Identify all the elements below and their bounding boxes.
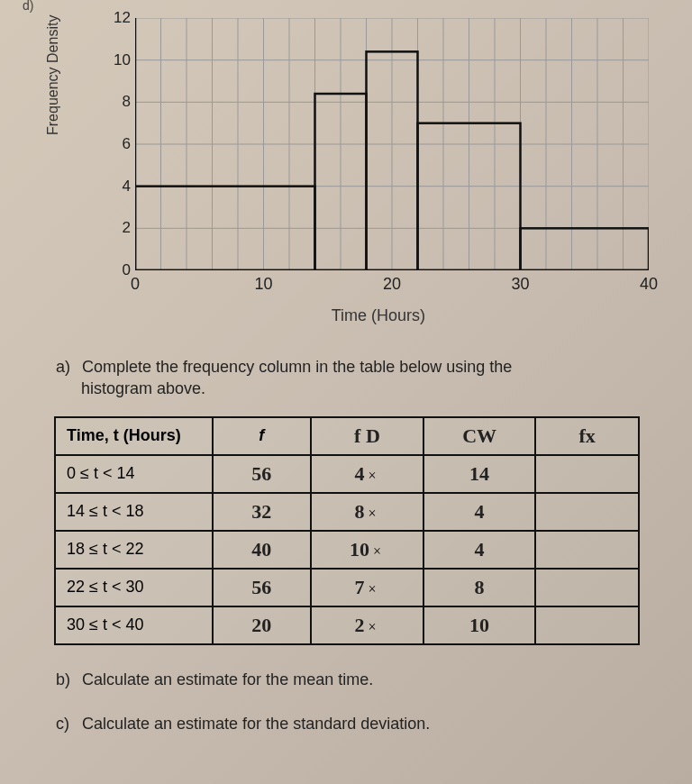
question-a-line1: Complete the frequency column in the tab… — [82, 358, 512, 376]
th-f: f — [213, 417, 312, 455]
cell-time: 18 ≤ t < 22 — [55, 531, 213, 569]
cell-cw: 4 — [423, 531, 536, 569]
ytick-4: 4 — [108, 178, 131, 196]
question-a: a) Complete the frequency column in the … — [81, 356, 665, 400]
cell-time: 22 ≤ t < 30 — [55, 569, 213, 606]
y-axis-label: Frequency Density — [45, 15, 61, 135]
ytick-0: 0 — [108, 261, 131, 279]
cell-time: 0 ≤ t < 14 — [55, 455, 213, 493]
th-fx: fx — [535, 417, 639, 455]
question-b-label: b) — [56, 670, 77, 689]
x-axis-label: Time (Hours) — [332, 306, 425, 325]
table-row: 0 ≤ t < 14 56 4× 14 — [55, 455, 639, 493]
cell-fd: 10× — [311, 531, 423, 569]
table-row: 30 ≤ t < 40 20 2× 10 — [55, 606, 639, 644]
ytick-10: 10 — [108, 51, 131, 69]
xtick-10: 10 — [254, 275, 272, 294]
cell-fx — [535, 493, 639, 531]
svg-rect-34 — [521, 228, 650, 270]
xtick-40: 40 — [640, 275, 658, 294]
cell-fx — [535, 531, 639, 569]
cell-fd: 4× — [311, 455, 423, 493]
cell-time: 14 ≤ t < 18 — [55, 493, 213, 531]
cell-fx — [535, 606, 639, 644]
cell-cw: 4 — [423, 493, 536, 531]
histogram-chart: Frequency Density 0 2 4 6 8 10 12 — [54, 0, 665, 347]
table-row: 14 ≤ t < 18 32 8× 4 — [55, 493, 639, 531]
cell-f: 40 — [213, 531, 312, 569]
question-a-line2: histogram above. — [81, 379, 205, 397]
frequency-table: Time, t (Hours) f f D CW fx 0 ≤ t < 14 5… — [54, 416, 640, 645]
ytick-12: 12 — [108, 9, 131, 27]
table-header-row: Time, t (Hours) f f D CW fx — [55, 417, 639, 455]
cell-f: 20 — [213, 606, 312, 644]
cell-fx — [535, 569, 639, 606]
th-fd: f D — [311, 417, 423, 455]
cell-fd: 7× — [311, 569, 423, 606]
cell-cw: 8 — [423, 569, 536, 606]
cell-f: 56 — [213, 569, 312, 606]
cell-fx — [535, 455, 639, 493]
table-row: 18 ≤ t < 22 40 10× 4 — [55, 531, 639, 569]
question-a-label: a) — [56, 356, 77, 378]
cell-f: 56 — [213, 455, 312, 493]
question-c: c) Calculate an estimate for the standar… — [81, 715, 665, 734]
th-cw: CW — [423, 417, 536, 455]
cell-fd: 2× — [311, 606, 423, 644]
xtick-30: 30 — [511, 275, 529, 294]
ytick-8: 8 — [108, 93, 131, 111]
cell-cw: 14 — [423, 455, 536, 493]
xtick-0: 0 — [131, 275, 140, 294]
question-c-label: c) — [56, 715, 77, 734]
question-b: b) Calculate an estimate for the mean ti… — [81, 670, 665, 689]
chart-svg — [135, 18, 649, 270]
xtick-20: 20 — [383, 275, 401, 294]
cell-f: 32 — [213, 493, 312, 531]
th-time: Time, t (Hours) — [55, 417, 213, 455]
cell-fd: 8× — [311, 493, 423, 531]
cell-cw: 10 — [423, 606, 536, 644]
table-row: 22 ≤ t < 30 56 7× 8 — [55, 569, 639, 606]
ytick-2: 2 — [108, 219, 131, 237]
cell-time: 30 ≤ t < 40 — [55, 606, 213, 644]
question-part-d-label: d) — [23, 0, 33, 13]
question-c-text: Calculate an estimate for the standard d… — [82, 715, 430, 733]
question-b-text: Calculate an estimate for the mean time. — [82, 670, 373, 688]
ytick-6: 6 — [108, 135, 131, 153]
